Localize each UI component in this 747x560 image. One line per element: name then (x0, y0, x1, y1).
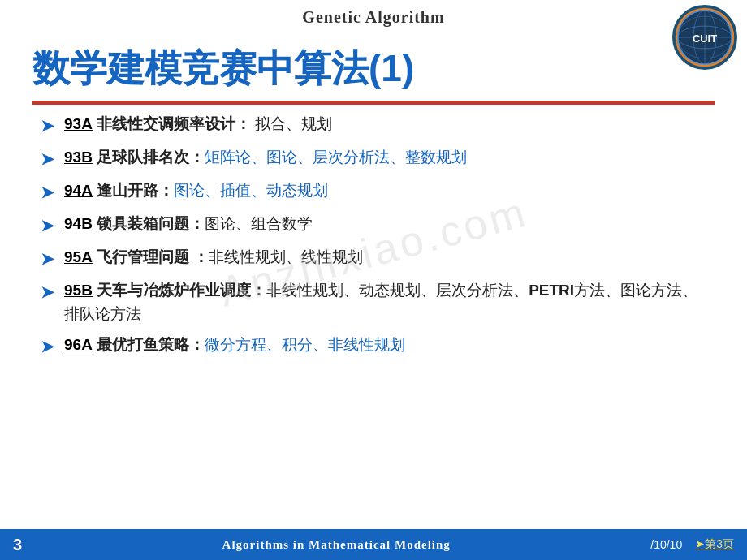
main-title: 数学建模竞赛中算法(1) (32, 46, 715, 91)
logo-circle: CUIT (672, 5, 737, 70)
item-content: 96A 最优打鱼策略：微分方程、积分、非线性规划 (64, 334, 706, 357)
item-colon: ： (189, 215, 205, 232)
list-item: ➤ 95B 天车与冶炼炉作业调度：非线性规划、动态规划、层次分析法、PETRI方… (41, 279, 706, 325)
item-name: 锁具装箱问题 (93, 215, 189, 232)
footer-page-number: 3 (13, 536, 22, 554)
item-content: 93B 足球队排名次：矩阵论、图论、层次分析法、整数规划 (64, 146, 706, 170)
footer: 3 Algorithms in Mathematical Modeling /1… (0, 529, 747, 560)
item-code: 94B (64, 215, 93, 232)
item-colon: ： (235, 115, 251, 132)
item-name: 逢山开路 (93, 182, 158, 199)
arrow-icon: ➤ (41, 247, 54, 271)
item-code: 96A (64, 336, 93, 353)
item-detail: 非线性规划、线性规划 (209, 248, 363, 265)
item-name: 飞行管理问题 (93, 248, 194, 265)
footer-total: /10/10 (650, 538, 682, 551)
item-name: 天车与冶炼炉作业调度 (93, 282, 251, 299)
arrow-icon: ➤ (41, 334, 54, 359)
item-colon: ： (189, 336, 205, 353)
item-name: 足球队排名次 (93, 149, 189, 166)
list-item: ➤ 96A 最优打鱼策略：微分方程、积分、非线性规划 (41, 334, 706, 359)
item-code: 94A (64, 182, 93, 199)
item-code: 95A (64, 248, 93, 265)
item-colon: ： (158, 182, 174, 199)
footer-center-text: Algorithms in Mathematical Modeling (222, 538, 451, 552)
list-item: ➤ 93B 足球队排名次：矩阵论、图论、层次分析法、整数规划 (41, 146, 706, 171)
arrow-icon: ➤ (41, 114, 54, 138)
item-colon: ： (189, 149, 205, 166)
item-content: 95B 天车与冶炼炉作业调度：非线性规划、动态规划、层次分析法、PETRI方法、… (64, 279, 706, 325)
item-detail: 微分方程、积分、非线性规划 (205, 336, 405, 353)
item-detail: 图论、组合数学 (205, 215, 313, 232)
item-content: 95A 飞行管理问题 ：非线性规划、线性规划 (64, 246, 706, 269)
item-detail: 拟合、规划 (251, 115, 332, 132)
footer-link[interactable]: ➤第3页 (695, 537, 734, 552)
logo-globe-svg: CUIT (672, 7, 737, 67)
item-colon: ： (251, 282, 266, 299)
arrow-icon: ➤ (41, 180, 54, 205)
item-detail: 图论、插值、动态规划 (174, 182, 328, 199)
item-code: 95B (64, 282, 93, 299)
logo-container: CUIT (672, 5, 737, 70)
arrow-icon: ➤ (41, 213, 54, 238)
arrow-icon: ➤ (41, 147, 54, 171)
arrow-icon: ➤ (41, 280, 54, 304)
main-title-section: 数学建模竞赛中算法(1) (0, 32, 747, 97)
footer-right: /10/10 ➤第3页 (650, 537, 734, 552)
content-list: ➤ 93A 非线性交调频率设计： 拟合、规划 ➤ 93B 足球队排名次：矩阵论、… (0, 105, 747, 359)
main-title-suffix: (1) (369, 47, 414, 89)
header-title: Genetic Algorithm (302, 8, 444, 26)
item-detail: 矩阵论、图论、层次分析法、整数规划 (205, 149, 467, 166)
svg-text:CUIT: CUIT (693, 32, 717, 45)
item-name: 最优打鱼策略 (93, 336, 189, 353)
main-title-text: 数学建模竞赛中算法 (32, 47, 369, 89)
item-content: 94A 逢山开路：图论、插值、动态规划 (64, 179, 706, 203)
item-colon: ： (193, 248, 209, 265)
item-code: 93A (64, 115, 93, 132)
list-item: ➤ 95A 飞行管理问题 ：非线性规划、线性规划 (41, 246, 706, 271)
item-code: 93B (64, 149, 93, 166)
list-item: ➤ 93A 非线性交调频率设计： 拟合、规划 (41, 113, 706, 138)
item-name: 非线性交调频率设计 (93, 115, 235, 132)
item-content: 94B 锁具装箱问题：图论、组合数学 (64, 213, 706, 236)
item-content: 93A 非线性交调频率设计： 拟合、规划 (64, 113, 706, 136)
list-item: ➤ 94B 锁具装箱问题：图论、组合数学 (41, 213, 706, 238)
slide-header: Genetic Algorithm (0, 0, 747, 32)
list-item: ➤ 94A 逢山开路：图论、插值、动态规划 (41, 179, 706, 205)
